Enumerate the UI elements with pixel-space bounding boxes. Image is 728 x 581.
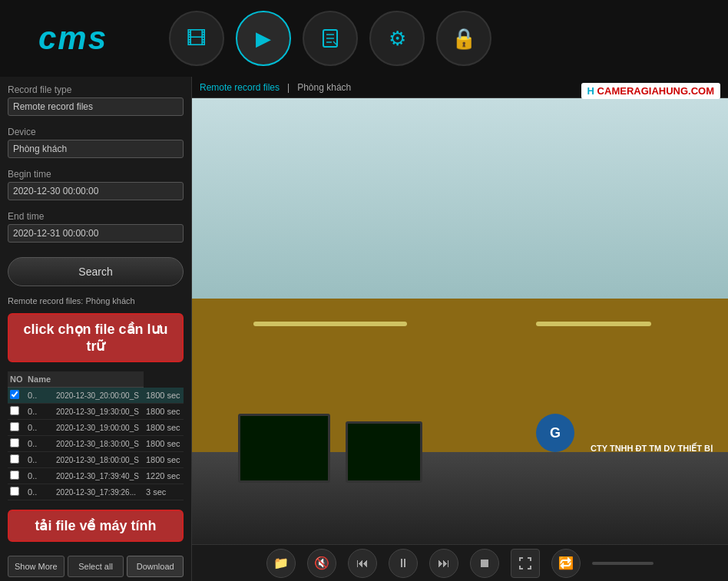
- row-checkbox-cell[interactable]: [8, 420, 25, 436]
- table-row[interactable]: 0.. 2020-12-30_17:39:40_S 1220 sec: [8, 468, 184, 484]
- table-row[interactable]: 0.. 2020-12-30_17:39:26... 3 sec: [8, 484, 184, 500]
- row-name: 2020-12-30_19:30:00_S: [54, 404, 144, 420]
- svg-line-4: [333, 41, 336, 45]
- table-row[interactable]: 0.. 2020-12-30_19:00:00_S 1800 sec: [8, 420, 184, 436]
- video-tab-separator: |: [287, 82, 290, 93]
- row-no: 0..: [25, 404, 54, 420]
- device-label: Device: [8, 127, 184, 137]
- fullscreen-button[interactable]: [511, 549, 540, 578]
- company-logo: G: [536, 414, 574, 452]
- end-time-row: End time 2020-12-31 00:00:00: [8, 211, 184, 243]
- table-row[interactable]: 0.. 2020-12-30_19:30:00_S 1800 sec: [8, 404, 184, 420]
- row-checkbox[interactable]: [10, 487, 19, 496]
- table-row[interactable]: 0.. 2020-12-30_20:00:00_S 1800 sec: [8, 388, 184, 404]
- right-panel: Remote record files | Phòng khách H CAME…: [192, 77, 728, 581]
- nav-icons: 🎞 ▶ ⚙ 🔒: [169, 11, 491, 66]
- monitor-2: [346, 421, 422, 483]
- begin-time-label: Begin time: [8, 169, 184, 180]
- rewind-button[interactable]: ⏮: [348, 549, 377, 578]
- device-row: Device Phòng khách: [8, 127, 184, 158]
- col-no: NO: [8, 371, 25, 388]
- table-row[interactable]: 0.. 2020-12-30_18:00:00_S 1800 sec: [8, 452, 184, 468]
- end-time-label: End time: [8, 211, 184, 222]
- row-checkbox-cell[interactable]: [8, 484, 25, 500]
- row-no: 0..: [25, 420, 54, 436]
- video-tab-1[interactable]: Remote record files: [200, 82, 280, 93]
- row-name: 2020-12-30_18:30:00_S: [54, 436, 144, 452]
- row-checkbox-cell[interactable]: [8, 468, 25, 484]
- end-time-select[interactable]: 2020-12-31 00:00:00: [8, 224, 184, 243]
- row-duration: 1800 sec: [144, 452, 184, 468]
- row-name: 2020-12-30_19:00:00_S: [54, 420, 144, 436]
- left-panel: Record file type Remote record files Dev…: [0, 77, 192, 581]
- pause-button[interactable]: ⏸: [389, 549, 418, 578]
- folder-button[interactable]: 📁: [266, 549, 296, 578]
- volume-slider[interactable]: [592, 562, 654, 565]
- video-controls: 📁 🔇 ⏮ ⏸ ⏭ ⏹ 🔁: [192, 544, 728, 581]
- record-file-type-select[interactable]: Remote record files: [8, 97, 184, 116]
- row-duration: 1800 sec: [144, 388, 184, 404]
- begin-time-row: Begin time 2020-12-30 00:00:00: [8, 169, 184, 200]
- row-checkbox[interactable]: [10, 390, 19, 399]
- select-all-button[interactable]: Select all: [68, 556, 124, 577]
- col-duration: [54, 371, 144, 388]
- video-tab-2[interactable]: Phòng khách: [297, 82, 351, 93]
- row-name: 2020-12-30_20:00:00_S: [54, 388, 144, 404]
- row-name: 2020-12-30_17:39:40_S: [54, 468, 144, 484]
- repeat-button[interactable]: 🔁: [551, 549, 581, 578]
- row-checkbox[interactable]: [10, 470, 19, 480]
- row-duration: 1220 sec: [144, 468, 184, 484]
- download-button[interactable]: Download: [127, 556, 184, 577]
- begin-time-select[interactable]: 2020-12-30 00:00:00: [8, 182, 184, 200]
- nav-lock-btn[interactable]: 🔒: [436, 11, 491, 66]
- row-checkbox[interactable]: [10, 438, 19, 447]
- row-no: 0..: [25, 388, 54, 404]
- row-checkbox[interactable]: [10, 454, 19, 464]
- monitor-screen-1: [240, 416, 328, 480]
- wall-top: [192, 98, 728, 299]
- row-duration: 1800 sec: [144, 420, 184, 436]
- nav-film-btn[interactable]: 🎞: [169, 11, 224, 66]
- logo-text: cms: [38, 20, 108, 57]
- logo: cms: [15, 15, 131, 61]
- row-duration: 1800 sec: [144, 436, 184, 452]
- video-frame: G CTY TNHH ĐT TM DV THIẾT BỊ GIA HÙNG: [192, 98, 728, 544]
- watermark: H CAMERAGIAHUNG.COM: [581, 83, 720, 99]
- col-name: Name: [25, 371, 54, 388]
- table-row[interactable]: 0.. 2020-12-30_18:30:00_S 1800 sec: [8, 436, 184, 452]
- row-checkbox-cell[interactable]: [8, 436, 25, 452]
- desk-area: [192, 452, 728, 544]
- row-no: 0..: [25, 468, 54, 484]
- monitor-1: [238, 414, 330, 483]
- row-checkbox-cell[interactable]: [8, 452, 25, 468]
- row-duration: 1800 sec: [144, 404, 184, 420]
- top-bar: cms 🎞 ▶ ⚙ 🔒: [0, 0, 728, 77]
- row-no: 0..: [25, 484, 54, 500]
- row-no: 0..: [25, 436, 54, 452]
- wall-bottom: G CTY TNHH ĐT TM DV THIẾT BỊ GIA HÙNG: [192, 299, 728, 544]
- row-checkbox[interactable]: [10, 422, 19, 431]
- record-file-type-label: Record file type: [8, 84, 184, 95]
- nav-settings-btn[interactable]: ⚙: [369, 11, 425, 66]
- row-checkbox[interactable]: [10, 406, 19, 415]
- row-name: 2020-12-30_17:39:26...: [54, 484, 144, 500]
- annotation-bubble-2: tải file về máy tính: [8, 510, 184, 542]
- nav-log-btn[interactable]: [303, 11, 358, 66]
- mute-button[interactable]: 🔇: [307, 549, 336, 578]
- files-label: Remote record files: Phòng khách: [8, 296, 184, 305]
- monitor-screen-2: [348, 424, 420, 480]
- row-checkbox-cell[interactable]: [8, 388, 25, 404]
- stop-button[interactable]: ⏹: [470, 549, 499, 578]
- show-more-button[interactable]: Show More: [8, 556, 65, 577]
- device-select[interactable]: Phòng khách: [8, 140, 184, 158]
- nav-play-btn[interactable]: ▶: [236, 11, 291, 66]
- fast-forward-button[interactable]: ⏭: [429, 549, 458, 578]
- file-table: NO Name 0.. 2020-12-30_20:00:00_S 1800 s…: [8, 371, 184, 500]
- search-button[interactable]: Search: [8, 257, 184, 286]
- annotation-bubble-1: click chọn file cần lưu trữ: [8, 313, 184, 362]
- row-name: 2020-12-30_18:00:00_S: [54, 452, 144, 468]
- light-strip-2: [536, 322, 651, 326]
- light-strip-1: [253, 322, 407, 326]
- row-checkbox-cell[interactable]: [8, 404, 25, 420]
- record-file-type-row: Record file type Remote record files: [8, 84, 184, 116]
